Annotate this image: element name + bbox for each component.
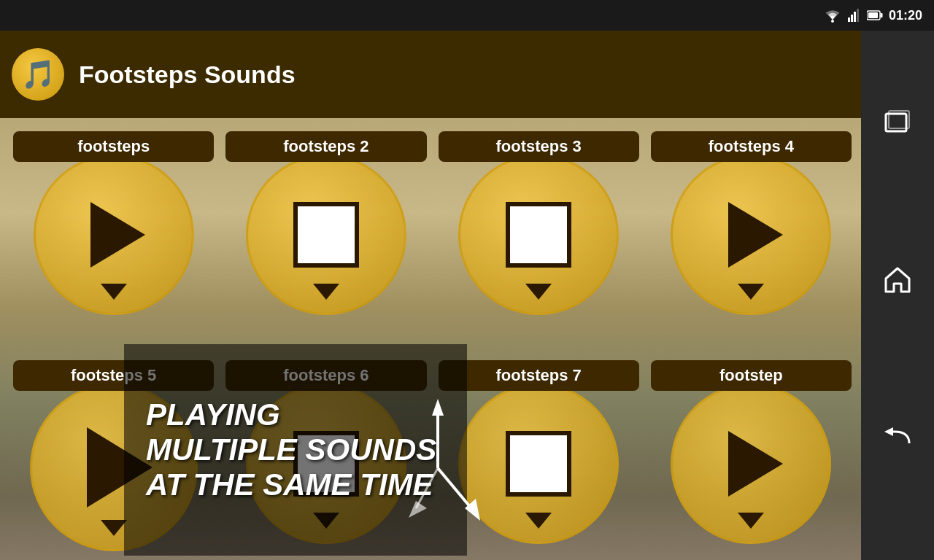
svg-marker-9 [432, 399, 444, 416]
dropdown-arrow-5 [101, 520, 127, 536]
tooltip-text: PLAYING MULTIPLE SOUNDS AT THE SAME TIME [146, 397, 436, 503]
recents-icon [881, 106, 914, 139]
tooltip-line2: MULTIPLE SOUNDS [146, 432, 436, 467]
status-bar: 01:20 [0, 0, 934, 31]
app-icon: 🎵 [12, 48, 64, 101]
svg-point-0 [831, 20, 834, 23]
dropdown-arrow-3 [525, 284, 552, 300]
sound-label-1: footsteps [13, 131, 214, 162]
wifi-icon [823, 8, 842, 23]
sound-button-3[interactable] [458, 155, 619, 315]
sound-label-8: footstep [651, 360, 852, 391]
sound-cell-3: footsteps 3 [433, 125, 645, 354]
main-content: footsteps footsteps 2 footsteps 3 foot [0, 118, 865, 560]
sound-label-3: footsteps 3 [439, 131, 639, 162]
tooltip-line3: AT THE SAME TIME [146, 467, 433, 502]
dropdown-arrow-4 [738, 284, 764, 300]
nav-buttons [861, 0, 934, 560]
svg-rect-4 [857, 9, 859, 22]
sound-button-8[interactable] [671, 384, 831, 544]
sound-button-1[interactable] [34, 155, 194, 315]
sound-button-4[interactable] [671, 155, 831, 315]
svg-rect-6 [880, 13, 882, 18]
svg-marker-13 [409, 501, 427, 518]
sound-label-4: footsteps 4 [651, 131, 852, 162]
sound-cell-8: footstep [645, 354, 857, 560]
arrows-overlay [394, 395, 482, 544]
signal-icon [848, 9, 861, 22]
sound-cell-4: footsteps 4 [645, 125, 857, 354]
play-icon-1 [90, 202, 145, 268]
battery-icon [867, 10, 883, 20]
svg-rect-3 [854, 12, 856, 22]
svg-rect-7 [868, 12, 878, 18]
svg-marker-17 [884, 427, 893, 436]
expand-arrows-icon [394, 395, 482, 541]
svg-line-12 [416, 468, 438, 508]
app-title: Footsteps Sounds [79, 61, 296, 89]
dropdown-arrow-8 [738, 513, 764, 529]
stop-icon-3 [506, 202, 571, 268]
home-button[interactable] [876, 258, 919, 302]
sound-label-7: footsteps 7 [439, 360, 639, 391]
stop-icon-2 [293, 202, 359, 268]
tooltip-line1: PLAYING [146, 397, 280, 432]
status-time: 01:20 [889, 8, 922, 23]
sound-cell-1: footsteps [7, 125, 220, 354]
svg-marker-16 [886, 268, 909, 292]
dropdown-arrow-7 [525, 513, 552, 529]
sound-label-2: footsteps 2 [225, 131, 426, 162]
recents-button[interactable] [876, 101, 919, 144]
play-icon-8 [728, 431, 783, 497]
dropdown-arrow-1 [101, 284, 127, 300]
dropdown-arrow-2 [313, 284, 339, 300]
svg-rect-1 [848, 18, 850, 22]
play-icon-4 [728, 202, 783, 268]
sound-button-2[interactable] [246, 155, 406, 315]
svg-rect-2 [851, 15, 853, 22]
back-button[interactable] [876, 416, 919, 459]
sound-button-7[interactable] [458, 384, 619, 544]
sound-cell-2: footsteps 2 [220, 125, 432, 354]
home-icon [881, 264, 914, 296]
back-icon [881, 421, 914, 454]
stop-icon-7 [506, 431, 571, 497]
app-bar: 🎵 Footsteps Sounds [0, 31, 861, 118]
